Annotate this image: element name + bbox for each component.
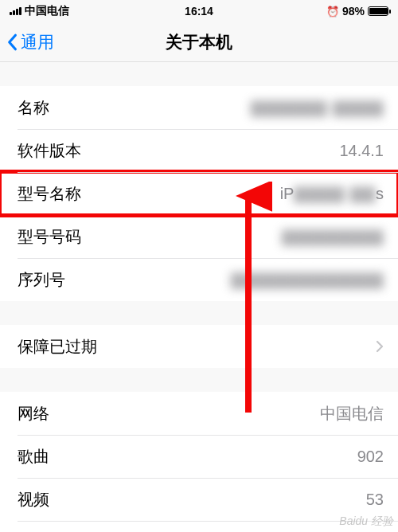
back-button[interactable]: 通用: [0, 31, 54, 53]
value-model-number: ▇▇▇▇▇▇▇▇: [282, 227, 384, 246]
status-bar: 中国电信 16:14 ⏰ 98%: [0, 0, 398, 22]
group-stats: 网络 中国电信 歌曲 902 视频 53 照片 145 应用程序 47: [0, 392, 398, 532]
carrier-label: 中国电信: [25, 4, 69, 18]
value-serial-number: ▇▇▇▇▇▇▇▇▇▇▇▇: [231, 270, 384, 289]
label-model-name: 型号名称: [18, 183, 81, 205]
nav-bar: 通用 关于本机: [0, 22, 398, 62]
chevron-left-icon: [6, 33, 18, 51]
row-model-name[interactable]: 型号名称 iP▇▇▇▇ ▇▇s: [0, 172, 398, 215]
row-network[interactable]: 网络 中国电信: [0, 392, 398, 435]
model-name-prefix: iP: [280, 185, 295, 202]
label-warranty: 保障已过期: [18, 336, 97, 358]
row-serial-number[interactable]: 序列号 ▇▇▇▇▇▇▇▇▇▇▇▇: [0, 258, 398, 301]
battery-percentage: 98%: [342, 5, 365, 18]
value-model-name: iP▇▇▇▇ ▇▇s: [280, 184, 384, 203]
content-scroll[interactable]: 名称 ▇▇▇▇▇▇ ▇▇▇▇ 软件版本 14.4.1 型号名称 iP▇▇▇▇ ▇…: [0, 62, 398, 532]
value-songs: 902: [357, 448, 384, 466]
value-network: 中国电信: [320, 403, 384, 424]
row-songs[interactable]: 歌曲 902: [0, 435, 398, 478]
chevron-right-icon: [376, 340, 384, 353]
status-right: ⏰ 98%: [326, 5, 388, 18]
back-label: 通用: [21, 31, 54, 53]
label-songs: 歌曲: [18, 446, 49, 467]
model-name-suffix: s: [376, 185, 384, 202]
value-videos: 53: [366, 491, 384, 509]
row-model-number[interactable]: 型号号码 ▇▇▇▇▇▇▇▇: [0, 215, 398, 258]
model-name-redacted: ▇▇▇▇ ▇▇: [294, 185, 376, 202]
row-warranty[interactable]: 保障已过期: [0, 325, 398, 368]
label-model-number: 型号号码: [18, 226, 81, 248]
status-left: 中国电信: [10, 4, 69, 18]
row-videos[interactable]: 视频 53: [0, 478, 398, 521]
value-name: ▇▇▇▇▇▇ ▇▇▇▇: [251, 98, 384, 117]
warranty-disclosure: [371, 340, 384, 353]
row-photos[interactable]: 照片 145: [0, 521, 398, 532]
label-serial-number: 序列号: [18, 269, 65, 291]
status-time: 16:14: [185, 5, 213, 18]
value-software-version: 14.4.1: [339, 142, 384, 160]
signal-icon: [10, 7, 21, 15]
row-name[interactable]: 名称 ▇▇▇▇▇▇ ▇▇▇▇: [0, 86, 398, 129]
label-videos: 视频: [18, 489, 49, 510]
label-name: 名称: [18, 97, 49, 119]
group-warranty: 保障已过期: [0, 325, 398, 368]
battery-icon: [368, 6, 388, 16]
group-device-info: 名称 ▇▇▇▇▇▇ ▇▇▇▇ 软件版本 14.4.1 型号名称 iP▇▇▇▇ ▇…: [0, 86, 398, 301]
page-title: 关于本机: [0, 31, 398, 53]
row-software-version[interactable]: 软件版本 14.4.1: [0, 129, 398, 172]
label-network: 网络: [18, 403, 49, 424]
alarm-icon: ⏰: [326, 6, 339, 18]
label-software-version: 软件版本: [18, 140, 81, 162]
